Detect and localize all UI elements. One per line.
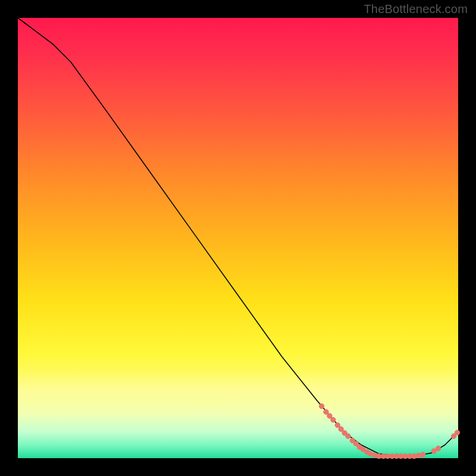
watermark-text: TheBottleneck.com [364,2,468,16]
data-point [324,409,328,414]
scatter-dots [319,403,459,458]
data-point [455,430,459,435]
data-point [436,446,441,451]
data-point [346,434,350,439]
data-point [339,427,343,431]
data-point [319,403,324,408]
data-point [327,414,332,418]
chart-svg [18,18,458,458]
data-point [431,449,436,453]
data-point [421,452,425,457]
data-point [335,422,340,427]
data-point [331,417,336,422]
series-line [18,18,458,456]
chart-stage: TheBottleneck.com [0,0,476,476]
plot-area [18,18,458,458]
